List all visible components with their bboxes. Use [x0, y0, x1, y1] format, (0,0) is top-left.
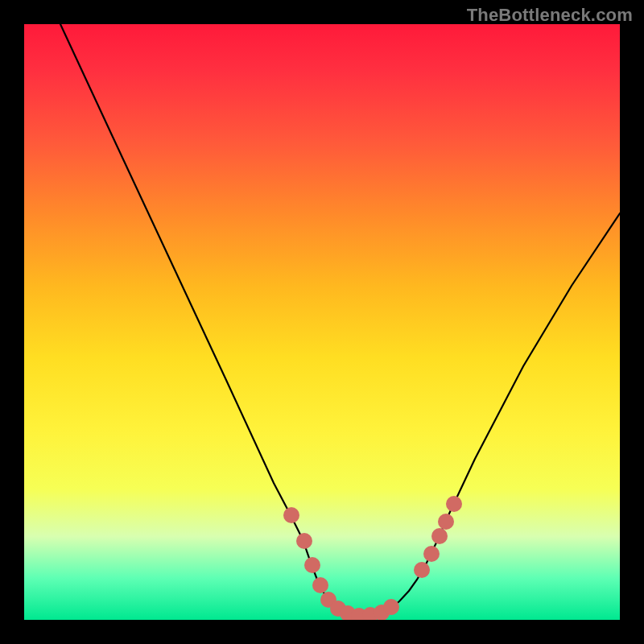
data-dot	[438, 514, 454, 530]
dots-group	[283, 496, 462, 620]
data-dot	[414, 562, 430, 578]
watermark-text: TheBottleneck.com	[467, 5, 633, 26]
data-dot	[431, 528, 448, 544]
data-dot	[312, 577, 328, 593]
chart-frame: TheBottleneck.com	[0, 0, 644, 644]
data-dot	[446, 496, 462, 512]
data-dot	[383, 599, 399, 615]
bottleneck-curve	[60, 24, 620, 617]
data-dot	[283, 507, 299, 523]
data-dot	[296, 533, 312, 549]
data-dot	[304, 557, 320, 573]
data-dot	[423, 546, 440, 562]
plot-area	[24, 24, 620, 620]
chart-svg	[24, 24, 620, 620]
